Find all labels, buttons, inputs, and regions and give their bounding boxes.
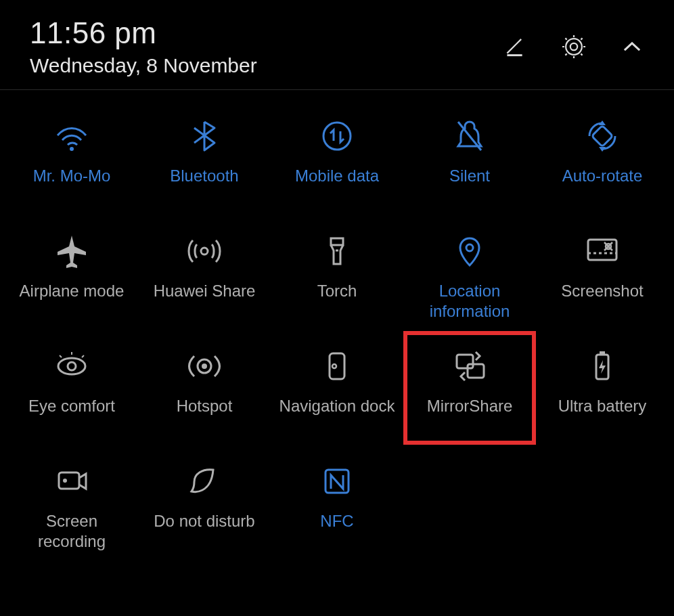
- auto-rotate-icon: [579, 116, 626, 156]
- tile-label: Torch: [317, 281, 357, 301]
- nfc-icon: [313, 461, 361, 502]
- tile-label: Do not disturb: [154, 511, 254, 531]
- date-block: 11:56 pm Wednesday, 8 November: [30, 16, 501, 77]
- tile-ultra-battery[interactable]: Ultra battery: [536, 334, 669, 449]
- dnd-icon: [181, 461, 228, 502]
- tile-label: Eye comfort: [28, 396, 115, 416]
- tile-auto-rotate[interactable]: Auto-rotate: [536, 104, 669, 219]
- quick-settings-grid: Mr. Mo-MoBluetoothMobile dataSilentAuto-…: [0, 90, 674, 564]
- tile-label: Mobile data: [295, 166, 379, 186]
- nav-dock-icon: [313, 346, 361, 387]
- tile-screen-rec[interactable]: Screen recording: [5, 449, 138, 564]
- edit-icon[interactable]: [501, 32, 531, 62]
- wifi-icon: [48, 116, 95, 156]
- tile-label: Huawei Share: [154, 281, 256, 301]
- header: 11:56 pm Wednesday, 8 November: [0, 0, 674, 90]
- screenshot-icon: [579, 231, 626, 271]
- screen-rec-icon: [48, 461, 95, 502]
- silent-icon: [446, 116, 493, 156]
- tile-label: Screenshot: [561, 281, 643, 301]
- tile-torch[interactable]: Torch: [271, 219, 403, 334]
- hotspot-icon: [181, 346, 228, 387]
- tile-screenshot[interactable]: Screenshot: [536, 219, 669, 334]
- tile-hotspot[interactable]: Hotspot: [138, 334, 271, 449]
- torch-icon: [313, 231, 361, 271]
- eye-comfort-icon: [48, 346, 95, 387]
- mobile-data-icon: [313, 116, 361, 156]
- huawei-share-icon: [181, 231, 228, 271]
- location-icon: [446, 231, 493, 271]
- tile-label: MirrorShare: [427, 396, 513, 416]
- tile-label: NFC: [320, 511, 353, 531]
- tile-label: Silent: [449, 166, 490, 186]
- tile-mirrorshare[interactable]: MirrorShare: [403, 334, 536, 449]
- tile-label: Location information: [409, 281, 531, 322]
- tile-dnd[interactable]: Do not disturb: [138, 449, 271, 564]
- status-date: Wednesday, 8 November: [30, 54, 501, 77]
- tile-label: Auto-rotate: [562, 166, 643, 186]
- airplane-icon: [48, 231, 95, 271]
- tile-label: Mr. Mo-Mo: [33, 166, 111, 186]
- header-actions: [501, 32, 647, 62]
- tile-silent[interactable]: Silent: [403, 104, 536, 219]
- bluetooth-icon: [181, 116, 228, 156]
- tile-wifi[interactable]: Mr. Mo-Mo: [5, 104, 138, 219]
- tile-label: Ultra battery: [558, 396, 647, 416]
- tile-huawei-share[interactable]: Huawei Share: [138, 219, 271, 334]
- tile-airplane[interactable]: Airplane mode: [5, 219, 138, 334]
- tile-label: Hotspot: [177, 396, 233, 416]
- tile-nfc[interactable]: NFC: [271, 449, 403, 564]
- tile-label: Airplane mode: [20, 281, 125, 301]
- tile-mobile-data[interactable]: Mobile data: [271, 104, 403, 219]
- status-time: 11:56 pm: [30, 16, 501, 50]
- mirrorshare-icon: [446, 346, 493, 387]
- ultra-battery-icon: [579, 346, 626, 387]
- tile-label: Screen recording: [11, 511, 133, 552]
- gear-icon[interactable]: [559, 32, 589, 62]
- chevron-up-icon[interactable]: [617, 32, 647, 62]
- tile-bluetooth[interactable]: Bluetooth: [138, 104, 271, 219]
- tile-location[interactable]: Location information: [403, 219, 536, 334]
- tile-label: Navigation dock: [279, 396, 395, 416]
- tile-eye-comfort[interactable]: Eye comfort: [5, 334, 138, 449]
- tile-label: Bluetooth: [170, 166, 238, 186]
- tile-nav-dock[interactable]: Navigation dock: [271, 334, 403, 449]
